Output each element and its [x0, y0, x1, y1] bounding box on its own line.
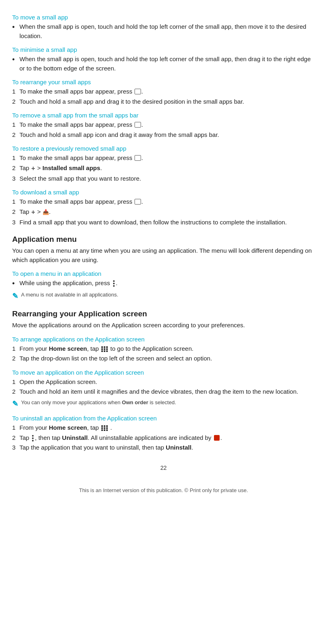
heading-minimise-small-app: To minimise a small app [12, 46, 315, 53]
num: 2 [12, 164, 19, 173]
desc-rearranging: Move the applications around on the Appl… [12, 321, 315, 330]
bold-own-order: Own order [122, 399, 148, 405]
num-text: Touch and hold an item until it magnifie… [19, 387, 315, 397]
page-number: 22 [12, 465, 315, 471]
bullet-dot: • [12, 22, 19, 32]
num-text: To make the small apps bar appear, press… [19, 120, 315, 130]
bullet-dot: • [12, 279, 19, 289]
num-text: To make the small apps bar appear, press… [19, 197, 315, 207]
num: 1 [12, 423, 19, 433]
uninstall-indicator-icon [214, 435, 220, 441]
bullet-dot: • [12, 55, 19, 65]
list-download: 1 To make the small apps bar appear, pre… [12, 197, 315, 227]
bullet-text-minimise-1: When the small app is open, touch and ho… [19, 55, 315, 73]
svg-rect-3 [101, 346, 103, 348]
svg-rect-20 [106, 429, 108, 431]
num-text: Touch and hold a small app icon and drag… [19, 130, 315, 140]
desc-application-menu: You can open a menu at any time when you… [12, 246, 315, 264]
section-download-small-app: To download a small app 1 To make the sm… [12, 189, 315, 227]
num-text: Tap + > Installed small apps. [19, 164, 315, 173]
section-rearranging: Rearranging your Application screen Move… [12, 309, 315, 452]
svg-point-23 [32, 440, 34, 441]
svg-rect-8 [106, 348, 108, 350]
numbered-item: 1 From your Home screen, tap . [12, 423, 315, 433]
bullet-minimise-1: • When the small app is open, touch and … [12, 55, 315, 73]
numbered-item: 1 To make the small apps bar appear, pre… [12, 154, 315, 163]
heading-move-small-app: To move a small app [12, 14, 315, 21]
svg-rect-9 [101, 350, 103, 352]
heading-restore-small-app: To restore a previously removed small ap… [12, 145, 315, 152]
num: 3 [12, 218, 19, 227]
svg-point-21 [32, 435, 34, 437]
numbered-item: 2 Tap + > Installed small apps. [12, 164, 315, 173]
num: 1 [12, 120, 19, 130]
num-text: Touch and hold a small app and drag it t… [19, 97, 315, 107]
plus-icon: + [31, 164, 35, 173]
num-text: Open the Application screen. [19, 377, 315, 387]
numbered-item: 1 To make the small apps bar appear, pre… [12, 87, 315, 96]
menu-dots-icon-2 [32, 435, 34, 442]
bold-uninstall-2: Uninstall [166, 444, 191, 451]
num-text: Find a small app that you want to downlo… [19, 218, 315, 227]
heading-download-small-app: To download a small app [12, 189, 315, 196]
num: 1 [12, 87, 19, 96]
num: 3 [12, 174, 19, 183]
heading-rearrange-small-apps: To rearrange your small apps [12, 79, 315, 85]
note-text-menu: A menu is not available in all applicati… [21, 291, 118, 299]
numbered-item: 1 Open the Application screen. [12, 377, 315, 387]
svg-point-2 [113, 285, 115, 287]
note-text-own-order: You can only move your applications when… [21, 399, 176, 406]
svg-rect-14 [106, 425, 108, 427]
svg-rect-7 [104, 348, 105, 350]
numbered-item: 2 Touch and hold an item until it magnif… [12, 387, 315, 397]
heading-uninstall-app: To uninstall an application from the App… [12, 415, 315, 422]
title-application-menu: Application menu [12, 235, 315, 244]
num-text: Tap the drop-down list on the top left o… [19, 354, 315, 363]
svg-rect-11 [106, 350, 108, 352]
numbered-item: 2 Tap , then tap Uninstall. All uninstal… [12, 433, 315, 443]
numbered-item: 2 Touch and hold a small app and drag it… [12, 97, 315, 107]
svg-point-0 [113, 280, 115, 282]
num: 2 [12, 354, 19, 363]
numbered-item: 3 Select the small app that you want to … [12, 174, 315, 183]
svg-point-1 [113, 283, 115, 284]
bullet-move-small-app-1: • When the small app is open, touch and … [12, 22, 315, 41]
menu-dots-icon [113, 280, 115, 287]
section-rearrange-small-apps: To rearrange your small apps 1 To make t… [12, 79, 315, 106]
numbered-item: 3 Find a small app that you want to down… [12, 218, 315, 227]
smallapps-bar-icon [135, 89, 141, 94]
svg-rect-18 [101, 429, 103, 431]
svg-rect-6 [101, 348, 103, 350]
svg-rect-5 [106, 346, 108, 348]
heading-open-menu: To open a menu in an application [12, 270, 315, 277]
bold-home-screen: Home screen [49, 345, 87, 352]
svg-rect-17 [106, 427, 108, 429]
bullet-text-open-menu: While using the application, press . [19, 279, 315, 288]
svg-rect-10 [104, 350, 105, 352]
num-text: Tap , then tap Uninstall. All uninstalla… [19, 433, 315, 443]
list-uninstall: 1 From your Home screen, tap . 2 Tap [12, 423, 315, 452]
num: 2 [12, 207, 19, 217]
page-footer: This is an Internet version of this publ… [12, 487, 315, 493]
num: 2 [12, 130, 19, 140]
svg-rect-12 [101, 425, 103, 427]
note-menu-not-available: ✎ A menu is not available in all applica… [12, 291, 315, 301]
num: 2 [12, 433, 19, 443]
svg-point-22 [32, 437, 34, 439]
bold-home-screen: Home screen [49, 424, 87, 431]
grid-icon [101, 346, 108, 352]
plus-icon: + [31, 207, 35, 217]
num-text: From your Home screen, tap to go to the … [19, 344, 315, 354]
num: 2 [12, 387, 19, 397]
svg-rect-13 [104, 425, 105, 427]
bold-uninstall: Uninstall [62, 434, 88, 441]
num: 2 [12, 97, 19, 107]
smallapps-bar-icon [135, 155, 141, 161]
title-rearranging: Rearranging your Application screen [12, 309, 315, 318]
num-text: To make the small apps bar appear, press… [19, 154, 315, 163]
list-move-app: 1 Open the Application screen. 2 Touch a… [12, 377, 315, 397]
heading-arrange-apps: To arrange applications on the Applicati… [12, 336, 315, 343]
num: 1 [12, 197, 19, 207]
note-icon: ✎ [12, 291, 21, 301]
bullet-open-menu-1: • While using the application, press . [12, 279, 315, 289]
